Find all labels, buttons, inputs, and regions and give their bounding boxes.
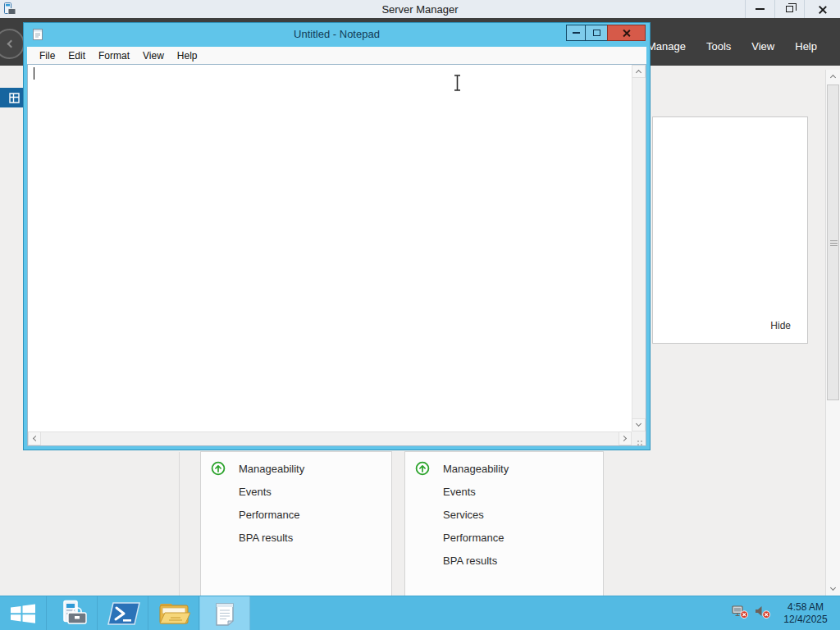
file-explorer-icon (158, 600, 190, 627)
notepad-window: Untitled - Notepad File Edit Format View… (23, 22, 651, 450)
tile-header-row: Manageability (201, 457, 391, 480)
notepad-horizontal-scrollbar[interactable] (28, 431, 632, 445)
desktop: Server Manager Manage Tools View Help Hi… (0, 0, 840, 630)
notepad-menu-view[interactable]: View (136, 50, 171, 62)
sidebar-item-dashboard[interactable] (0, 88, 23, 107)
status-tile-all-servers: Manageability Events Services Performanc… (404, 451, 604, 596)
np-scroll-down-button[interactable] (632, 418, 646, 431)
chevron-up-icon (830, 75, 836, 80)
text-caret (34, 67, 34, 80)
server-manager-titlebar: Server Manager (0, 0, 840, 18)
detail-panel: Hide (652, 116, 808, 344)
notepad-icon (211, 600, 239, 627)
menu-view[interactable]: View (751, 40, 774, 52)
back-arrow-icon (7, 40, 15, 48)
status-tile-local-server: Manageability Events Performance BPA res… (200, 451, 392, 596)
close-icon (818, 5, 827, 14)
notepad-window-title: Untitled - Notepad (24, 28, 650, 40)
sm-restore-button[interactable] (774, 0, 804, 18)
np-scroll-up-button[interactable] (632, 65, 646, 78)
chevron-up-icon (636, 70, 641, 75)
minimize-icon (756, 8, 765, 10)
scrollbar-thumb[interactable] (827, 84, 839, 400)
tray-time: 4:58 AM (776, 601, 835, 614)
notepad-minimize-button[interactable] (566, 25, 586, 41)
dashboard-icon (9, 93, 20, 103)
tile2-manageability-link[interactable]: Manageability (443, 463, 509, 475)
server-manager-window-title: Server Manager (0, 3, 840, 16)
powershell-icon (106, 600, 140, 627)
tile-row: Services (405, 503, 603, 526)
tile-header-row: Manageability (405, 457, 603, 480)
tray-date: 12/4/2025 (776, 614, 835, 626)
close-icon (623, 29, 631, 37)
taskbar: 4:58 AM 12/4/2025 (0, 596, 840, 630)
tile-row: Events (405, 480, 603, 503)
menu-manage[interactable]: Manage (647, 40, 686, 52)
tile2-services-link[interactable]: Services (443, 509, 484, 521)
tray-network-icon[interactable] (732, 605, 749, 623)
notepad-close-button[interactable] (607, 25, 646, 41)
scroll-down-button[interactable] (826, 582, 840, 596)
server-manager-icon (56, 600, 89, 628)
thumb-grip-icon (830, 243, 838, 244)
windows-logo-icon (9, 602, 37, 625)
taskbar-server-manager-button[interactable] (47, 596, 98, 630)
start-button[interactable] (0, 596, 47, 630)
server-manager-menubar: Manage Tools View Help (647, 18, 817, 66)
status-up-icon (415, 461, 430, 476)
menu-tools[interactable]: Tools (706, 40, 731, 52)
status-up-icon (211, 461, 226, 476)
tile1-events-link[interactable]: Events (239, 486, 272, 498)
tile-row: Performance (405, 526, 603, 549)
notepad-menu-file[interactable]: File (33, 50, 62, 62)
taskbar-file-explorer-button[interactable] (148, 596, 199, 630)
tile-row: BPA results (405, 549, 603, 572)
tile-row: Performance (201, 503, 391, 526)
tile2-performance-link[interactable]: Performance (443, 532, 504, 544)
tile1-performance-link[interactable]: Performance (239, 509, 299, 521)
sm-close-button[interactable] (804, 0, 840, 18)
chevron-down-icon (830, 585, 836, 591)
notepad-menubar: File Edit Format View Help (27, 47, 646, 64)
minimize-icon (573, 32, 580, 34)
server-manager-window-controls (745, 0, 840, 18)
system-tray: 4:58 AM 12/4/2025 (732, 596, 835, 630)
menu-help[interactable]: Help (795, 40, 817, 52)
notepad-menu-help[interactable]: Help (171, 50, 204, 62)
tile2-bpa-link[interactable]: BPA results (443, 555, 497, 567)
tray-clock[interactable]: 4:58 AM 12/4/2025 (776, 601, 835, 626)
notepad-menu-edit[interactable]: Edit (62, 50, 92, 62)
hide-button[interactable]: Hide (770, 320, 791, 331)
content-divider (179, 452, 180, 596)
tray-volume-icon[interactable] (754, 605, 771, 623)
tile-row: Events (201, 480, 391, 503)
np-scroll-left-button[interactable] (28, 431, 41, 445)
tile1-bpa-link[interactable]: BPA results (239, 532, 293, 544)
restore-icon (786, 6, 793, 12)
sm-minimize-button[interactable] (745, 0, 774, 18)
taskbar-powershell-button[interactable] (98, 596, 148, 630)
tile2-events-link[interactable]: Events (443, 486, 476, 498)
tile1-manageability-link[interactable]: Manageability (239, 463, 304, 475)
scroll-up-button[interactable] (826, 70, 840, 83)
notepad-vertical-scrollbar[interactable] (632, 65, 646, 431)
maximize-icon (593, 30, 600, 36)
chevron-right-icon (621, 436, 627, 441)
chevron-down-icon (636, 421, 641, 427)
notepad-maximize-button[interactable] (585, 25, 608, 41)
back-button[interactable] (0, 29, 25, 59)
notepad-text-area[interactable] (27, 64, 646, 446)
resize-grip[interactable] (632, 431, 646, 445)
taskbar-notepad-button[interactable] (199, 596, 250, 630)
chevron-left-icon (33, 436, 39, 441)
notepad-menu-format[interactable]: Format (92, 50, 136, 62)
tile-row: BPA results (201, 526, 391, 549)
sm-vertical-scrollbar[interactable] (825, 70, 840, 596)
np-scroll-right-button[interactable] (619, 431, 632, 445)
